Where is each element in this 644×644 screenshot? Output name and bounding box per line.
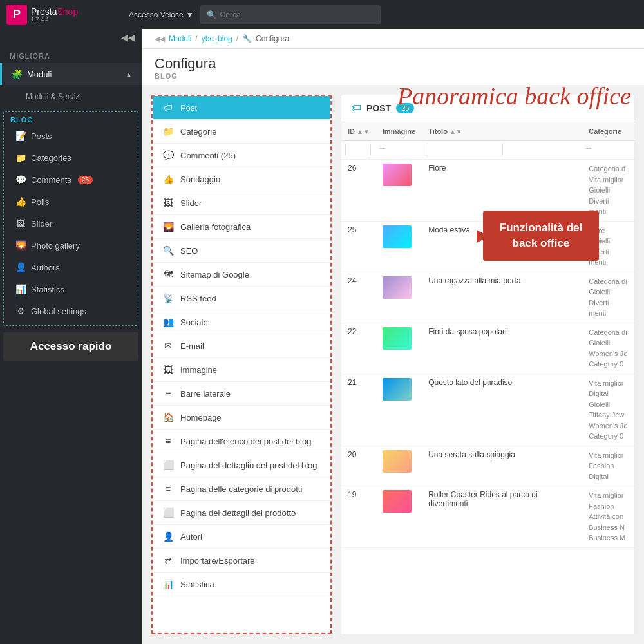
config-menu-item-dettagli-prodotto[interactable]: ⬜ Pagina dei dettagli del prodotto [153, 501, 330, 525]
breadcrumb-ybc-blog[interactable]: ybc_blog [202, 34, 232, 43]
th-titolo: Titolo ▲▼ [422, 122, 582, 141]
config-menu-item-autori[interactable]: 👤 Autori [153, 525, 330, 549]
config-menu-item-categorie[interactable]: 📁 Categorie [153, 120, 330, 144]
sidebar-item-global-settings[interactable]: ⚙ Global settings [4, 300, 138, 322]
config-menu: 🏷 Post 📁 Categorie 💬 Commenti (25) 👍 Son… [151, 95, 332, 634]
config-menu-item-rss[interactable]: 📡 RSS feed [153, 287, 330, 310]
email-icon: ✉ [162, 341, 174, 351]
sidebar-toggle[interactable]: ◀◀ [0, 29, 142, 46]
accesso-veloce-button[interactable]: Accesso Veloce ▼ [129, 10, 194, 19]
post-thumbnail [383, 276, 412, 299]
config-menu-item-sociale[interactable]: 👥 Sociale [153, 310, 330, 334]
config-menu-item-statistica[interactable]: 📊 Statistica [153, 573, 330, 596]
sidebar-item-statistics[interactable]: 📊 Statistics [4, 278, 138, 300]
settings-icon: ⚙ [15, 306, 26, 316]
row-title[interactable]: Una serata sulla spiaggia [422, 446, 582, 486]
table-header-row: ID ▲▼ Immagine Titolo [341, 122, 634, 141]
layout: ◀◀ MIGLIORA 🧩 Moduli ▲ Moduli & Servizi … [0, 29, 644, 644]
config-menu-item-categorie-prodotti[interactable]: ≡ Pagina delle categorie di prodotti [153, 477, 330, 501]
config-menu-item-sitemap[interactable]: 🗺 Sitemap di Google [153, 263, 330, 287]
sidebar-item-moduli[interactable]: 🧩 Moduli ▲ [0, 63, 142, 85]
authors-icon: 👤 [15, 262, 26, 272]
config-menu-item-commenti[interactable]: 💬 Commenti (25) [153, 144, 330, 167]
statistics-icon: 📊 [15, 284, 26, 294]
comments-badge: 25 [78, 176, 93, 184]
row-id: 26 [341, 160, 376, 222]
config-menu-item-homepage[interactable]: 🏠 Homepage [153, 406, 330, 430]
sidebar-item-photo-gallery[interactable]: 🌄 Photo gallery [4, 234, 138, 256]
config-menu-item-sondaggio[interactable]: 👍 Sondaggio [153, 167, 330, 191]
th-categorie: Categorie [582, 122, 634, 141]
row-categories: Vita miglior Fashion Digital [582, 446, 634, 486]
table-row: 20 Una serata sulla spiaggia Vita miglio… [341, 446, 634, 486]
topbar: P PrestaShop 1.7.4.4 Accesso Veloce ▼ 🔍 [0, 0, 644, 29]
collapse-icon[interactable]: ◀◀ [121, 32, 135, 43]
sidebar-item-posts[interactable]: 📝 Posts [4, 125, 138, 147]
row-id: 25 [341, 221, 376, 272]
config-menu-item-importare[interactable]: ⇄ Importare/Esportare [153, 549, 330, 573]
dettaglio-post-icon: ⬜ [162, 460, 174, 470]
barre-icon: ≡ [162, 388, 174, 399]
polls-icon: 👍 [15, 196, 26, 207]
logo-text: PrestaShop 1.7.4.4 [31, 7, 78, 23]
sidebar: ◀◀ MIGLIORA 🧩 Moduli ▲ Moduli & Servizi … [0, 29, 142, 644]
puzzle-icon: 🧩 [12, 69, 22, 79]
config-menu-item-dettaglio-post[interactable]: ⬜ Pagina del dettaglio del post del blog [153, 453, 330, 477]
chevron-up-icon: ▲ [126, 71, 132, 78]
row-categories: Categoria di Gioielli Diverti menti [582, 272, 634, 323]
dropdown-arrow-icon: ▼ [186, 10, 194, 19]
search-icon: 🔍 [207, 10, 216, 19]
filter-dash: -- [380, 144, 385, 153]
page-subtitle: BLOG [155, 72, 216, 80]
sort-id-icon[interactable]: ▲▼ [357, 128, 370, 135]
sidebar-item-polls[interactable]: 👍 Polls [4, 191, 138, 213]
sidebar-item-slider[interactable]: 🖼 Slider [4, 213, 138, 234]
sidebar-item-moduli-servizi[interactable]: Moduli & Servizi [19, 88, 142, 106]
row-img [376, 160, 422, 222]
categorie-icon: 📁 [162, 126, 174, 137]
row-title[interactable]: Una ragazza alla mia porta [422, 272, 582, 323]
post-count-badge: 25 [396, 103, 414, 113]
config-menu-item-galleria[interactable]: 🌄 Galleria fotografica [153, 215, 330, 239]
post-tag-icon: 🏷 [351, 102, 361, 114]
config-menu-item-slider[interactable]: 🖼 Slider [153, 191, 330, 215]
search-input[interactable] [220, 10, 374, 19]
config-menu-item-immagine[interactable]: 🖼 Immagine [153, 358, 330, 382]
table-row: 19 Roller Coaster Rides al parco di dive… [341, 486, 634, 548]
filter-id-input[interactable] [345, 144, 371, 156]
galleria-icon: 🌄 [162, 222, 174, 232]
autori-icon: 👤 [162, 531, 174, 542]
slider-icon: 🖼 [162, 198, 174, 208]
sidebar-item-authors[interactable]: 👤 Authors [4, 256, 138, 278]
post-thumbnail [383, 327, 412, 350]
page-title-block: Configura BLOG [155, 55, 216, 80]
sidebar-collapse-icon[interactable]: ◀◀ [155, 35, 165, 43]
post-table-header: 🏷 POST 25 [341, 95, 634, 122]
filter-titolo-input[interactable] [426, 144, 503, 156]
row-title[interactable]: Questo lato del paradiso [422, 374, 582, 446]
main-content: ◀◀ Moduli / ybc_blog / 🔧 Configura Confi… [142, 29, 644, 644]
config-menu-item-seo[interactable]: 🔍 SEO [153, 239, 330, 263]
config-menu-item-elenco-post[interactable]: ≡ Pagina dell'elenco dei post del blog [153, 430, 330, 453]
sidebar-item-categories[interactable]: 📁 Categories [4, 147, 138, 169]
config-menu-item-post[interactable]: 🏷 Post [153, 96, 330, 120]
table-row: 21 Questo lato del paradiso Vita miglior… [341, 374, 634, 446]
row-img [376, 374, 422, 446]
search-bar[interactable]: 🔍 [200, 5, 381, 24]
row-id: 24 [341, 272, 376, 323]
row-title[interactable]: Roller Coaster Rides al parco di diverti… [422, 486, 582, 548]
row-categories: Vita miglior Fashion Attività con Busine… [582, 486, 634, 548]
row-categories: Categoria di Gioielli Women's Je Categor… [582, 323, 634, 374]
commenti-icon: 💬 [162, 150, 174, 160]
posts-icon: 📝 [15, 131, 26, 141]
filter-titolo-cell [422, 141, 582, 160]
th-immagine: Immagine [376, 122, 422, 141]
config-menu-item-email[interactable]: ✉ E-mail [153, 334, 330, 358]
post-thumbnail [383, 164, 412, 186]
sort-titolo-icon[interactable]: ▲▼ [450, 128, 462, 135]
config-menu-item-barre[interactable]: ≡ Barre laterale [153, 382, 330, 406]
post-table-title: POST [366, 103, 391, 113]
breadcrumb-moduli[interactable]: Moduli [169, 34, 191, 43]
row-title[interactable]: Fiori da sposa popolari [422, 323, 582, 374]
sidebar-item-comments[interactable]: 💬 Comments 25 [4, 169, 138, 191]
